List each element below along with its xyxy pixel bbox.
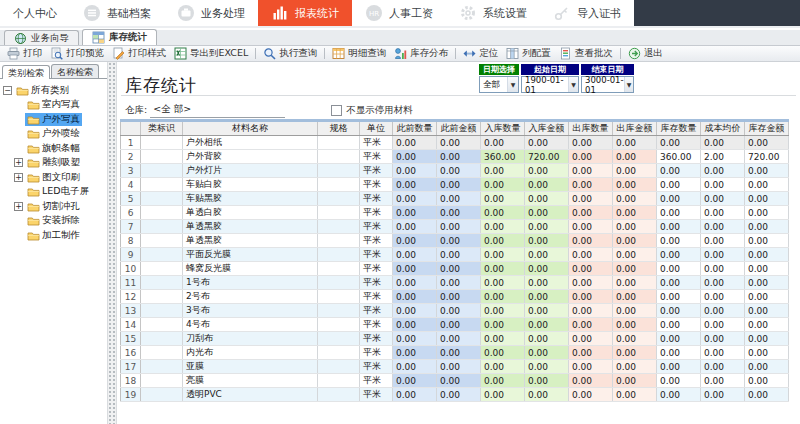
table-cell[interactable]: 0.00 — [393, 192, 437, 206]
table-cell[interactable]: 0.00 — [745, 164, 789, 178]
exit-button[interactable]: 退出 — [624, 47, 667, 60]
table-cell[interactable]: 0.00 — [437, 388, 481, 402]
table-cell[interactable]: 0.00 — [437, 164, 481, 178]
table-cell[interactable]: 平米 — [360, 388, 393, 402]
table-cell[interactable]: 0.00 — [701, 346, 745, 360]
search-button[interactable]: 执行查询 — [259, 47, 321, 60]
table-cell[interactable] — [318, 360, 360, 374]
excel-button[interactable]: 导出到EXCEL — [170, 47, 252, 60]
table-cell[interactable] — [318, 318, 360, 332]
table-cell[interactable]: 0.00 — [481, 332, 525, 346]
table-cell[interactable]: 0.00 — [525, 360, 569, 374]
row-number-cell[interactable]: 3 — [121, 164, 141, 178]
table-cell[interactable]: 0.00 — [481, 220, 525, 234]
table-cell[interactable]: 0.00 — [393, 178, 437, 192]
table-cell[interactable]: 0.00 — [745, 248, 789, 262]
table-cell[interactable]: 0.00 — [745, 332, 789, 346]
table-cell[interactable]: 0.00 — [657, 388, 701, 402]
table-cell[interactable]: 0.00 — [701, 290, 745, 304]
table-cell[interactable]: 0.00 — [437, 220, 481, 234]
expand-icon[interactable]: + — [14, 202, 23, 211]
table-cell[interactable]: 单透黑胶 — [183, 234, 318, 248]
table-cell[interactable] — [318, 220, 360, 234]
table-cell[interactable]: 2.00 — [701, 150, 745, 164]
table-cell[interactable]: 0.00 — [481, 248, 525, 262]
table-cell[interactable]: 0.00 — [745, 178, 789, 192]
batch-button[interactable]: 查看批次 — [555, 47, 617, 60]
column-header[interactable]: 规格 — [318, 121, 360, 136]
table-cell[interactable]: 0.00 — [701, 374, 745, 388]
table-cell[interactable]: 户外相纸 — [183, 136, 318, 150]
table-cell[interactable]: 0.00 — [569, 164, 613, 178]
tree-item[interactable]: 加工制作 — [0, 228, 107, 243]
table-cell[interactable] — [141, 262, 183, 276]
table-cell[interactable]: 0.00 — [393, 318, 437, 332]
table-cell[interactable]: 0.00 — [701, 136, 745, 150]
table-cell[interactable]: 0.00 — [437, 192, 481, 206]
row-number-cell[interactable]: 11 — [121, 276, 141, 290]
table-cell[interactable]: 0.00 — [437, 178, 481, 192]
table-cell[interactable]: 0.00 — [393, 346, 437, 360]
table-cell[interactable]: 0.00 — [481, 388, 525, 402]
table-cell[interactable]: 0.00 — [701, 178, 745, 192]
table-cell[interactable]: 0.00 — [437, 374, 481, 388]
tree-item[interactable]: 旗帜条幅 — [0, 141, 107, 156]
table-cell[interactable]: 1号布 — [183, 276, 318, 290]
table-cell[interactable]: 0.00 — [481, 360, 525, 374]
table-cell[interactable]: 平米 — [360, 178, 393, 192]
table-cell[interactable]: 内光布 — [183, 346, 318, 360]
table-cell[interactable]: 0.00 — [745, 360, 789, 374]
table-cell[interactable]: 亮膜 — [183, 374, 318, 388]
tree-item[interactable]: 安装拆除 — [0, 214, 107, 229]
column-header[interactable]: 单位 — [360, 121, 393, 136]
table-cell[interactable]: 0.00 — [613, 360, 657, 374]
table-cell[interactable]: 0.00 — [657, 206, 701, 220]
table-cell[interactable]: 0.00 — [745, 220, 789, 234]
chevron-down-icon[interactable]: ▼ — [507, 77, 518, 92]
table-cell[interactable]: 户外背胶 — [183, 150, 318, 164]
table-cell[interactable]: 0.00 — [525, 248, 569, 262]
table-cell[interactable]: 0.00 — [437, 234, 481, 248]
table-cell[interactable]: 0.00 — [481, 276, 525, 290]
table-cell[interactable] — [318, 262, 360, 276]
table-cell[interactable]: 0.00 — [393, 150, 437, 164]
table-cell[interactable] — [318, 290, 360, 304]
table-cell[interactable]: 0.00 — [525, 290, 569, 304]
table-cell[interactable]: 0.00 — [481, 318, 525, 332]
table-cell[interactable]: 0.00 — [525, 192, 569, 206]
menu-item-briefcase[interactable]: 业务处理 — [164, 0, 258, 26]
preview-button[interactable]: 打印预览 — [46, 47, 108, 60]
table-cell[interactable]: 0.00 — [525, 304, 569, 318]
table-cell[interactable]: 0.00 — [745, 304, 789, 318]
table-cell[interactable]: 0.00 — [437, 360, 481, 374]
table-cell[interactable]: 360.00 — [657, 150, 701, 164]
tab-active[interactable]: 库存统计 — [82, 29, 157, 45]
table-cell[interactable]: 0.00 — [657, 332, 701, 346]
table-cell[interactable]: 0.00 — [437, 346, 481, 360]
table-cell[interactable]: 0.00 — [525, 206, 569, 220]
row-number-cell[interactable]: 9 — [121, 248, 141, 262]
table-cell[interactable]: 0.00 — [701, 164, 745, 178]
table-cell[interactable]: 0.00 — [657, 290, 701, 304]
table-cell[interactable] — [141, 178, 183, 192]
table-cell[interactable]: 0.00 — [393, 388, 437, 402]
table-cell[interactable]: 0.00 — [613, 178, 657, 192]
table-cell[interactable]: 透明PVC — [183, 388, 318, 402]
column-header[interactable]: 材料名称 — [183, 121, 318, 136]
table-cell[interactable]: 0.00 — [481, 234, 525, 248]
table-cell[interactable]: 平米 — [360, 150, 393, 164]
table-cell[interactable]: 0.00 — [569, 234, 613, 248]
table-cell[interactable]: 0.00 — [525, 374, 569, 388]
table-cell[interactable]: 0.00 — [393, 304, 437, 318]
chevron-down-icon[interactable]: ▼ — [568, 77, 578, 92]
column-header[interactable]: 入库金额 — [525, 121, 569, 136]
menu-item-hr[interactable]: HR人事工资 — [352, 0, 446, 26]
column-header[interactable]: 成本均价 — [701, 121, 745, 136]
row-number-cell[interactable]: 5 — [121, 192, 141, 206]
table-cell[interactable]: 0.00 — [701, 192, 745, 206]
distribution-button[interactable]: 库存分布 — [390, 47, 452, 60]
table-cell[interactable]: 0.00 — [701, 276, 745, 290]
table-cell[interactable]: 3号布 — [183, 304, 318, 318]
table-cell[interactable] — [141, 290, 183, 304]
table-cell[interactable] — [141, 234, 183, 248]
